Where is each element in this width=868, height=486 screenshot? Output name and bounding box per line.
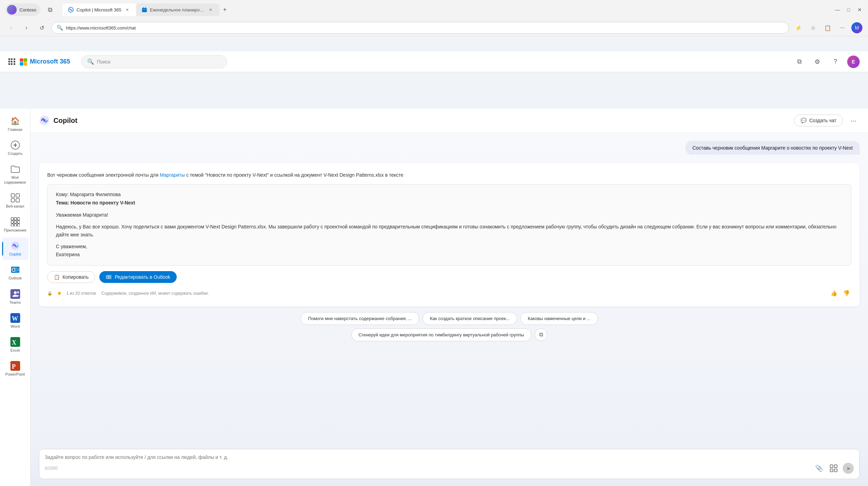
address-bar[interactable]: 🔍 https://www.microsoft365.com/chat [51, 22, 789, 34]
tab-switcher-btn[interactable]: ⧉ [44, 4, 56, 15]
content-area: Copilot 💬 Создать чат ··· Составь чернов… [31, 109, 868, 486]
forward-btn[interactable]: › [21, 22, 32, 33]
copy-suggestion-btn[interactable]: ⧉ [535, 328, 547, 341]
svg-point-35 [17, 291, 19, 293]
tab-copilot[interactable]: Copilot | Microsoft 365 ✕ [62, 3, 136, 16]
edit-outlook-btn[interactable]: Редактировать в Outlook [99, 271, 176, 283]
tab2-close[interactable]: ✕ [208, 7, 214, 13]
settings-menu-btn[interactable]: ··· [837, 22, 848, 33]
suggestion-chip-2[interactable]: Как создать краткое описание проек... [423, 312, 517, 325]
attach-btn[interactable]: 📎 [813, 463, 825, 474]
sidebar-label-excel: Excel [10, 348, 20, 353]
chat-input-box: 0/2000 📎 ➤ [39, 449, 860, 479]
ai-response: Вот черновик сообщения электронной почты… [39, 163, 860, 307]
status-dot [58, 292, 61, 295]
sidebar: 🏠 Главная Создать [0, 109, 31, 486]
input-area: 0/2000 📎 ➤ [31, 443, 868, 486]
tab1-close[interactable]: ✕ [124, 7, 131, 13]
help-btn[interactable]: ? [829, 56, 842, 68]
favorites-btn[interactable]: ☆ [808, 22, 819, 33]
user-bubble: Составь черновик сообщения Маргарите о н… [685, 141, 860, 155]
sidebar-label-powerpoint: PowerPoint [5, 372, 25, 377]
send-btn[interactable]: ➤ [843, 463, 854, 474]
user-avatar[interactable]: E [847, 56, 860, 68]
edge-profile-btn[interactable]: M [851, 22, 862, 33]
answer-count: 1 из 20 ответов [66, 291, 96, 296]
sidebar-item-powerpoint[interactable]: P PowerPoint [2, 358, 28, 380]
thumbs-down-btn[interactable]: 👎 [842, 288, 851, 298]
create-chat-btn[interactable]: 💬 Создать чат [794, 115, 843, 126]
copilot-logo: Copilot [39, 115, 77, 126]
maximize-btn[interactable]: □ [846, 7, 851, 12]
new-tab-btn[interactable]: + [219, 4, 231, 15]
address-bar-row: ‹ › ↺ 🔍 https://www.microsoft365.com/cha… [0, 19, 868, 36]
browser-actions: ⚡ ☆ 📋 ··· M [793, 22, 862, 33]
app-container: Microsoft 365 🔍 Поиск ⧉ ⚙ ? E 🏠 Главная [0, 36, 868, 486]
sidebar-label-home: Главная [8, 127, 23, 132]
teams-icon [10, 289, 20, 299]
svg-rect-12 [11, 194, 15, 197]
svg-point-30 [12, 268, 15, 271]
chat-content[interactable]: Составь черновик сообщения Маргарите о н… [31, 133, 868, 443]
action-buttons: 📋 Копировать Редактировать в Outlook [47, 271, 851, 283]
suggestions: Помоги мне наверстать содержание собрани… [39, 312, 860, 341]
svg-rect-13 [16, 194, 19, 197]
copilot-more-btn[interactable]: ··· [847, 114, 860, 127]
global-search[interactable]: 🔍 Поиск [81, 55, 227, 68]
suggestions-row-2: Сгенеруй идеи для мероприятия по тимбилд… [39, 328, 860, 341]
minimize-btn[interactable]: — [835, 7, 840, 12]
svg-rect-1 [142, 8, 147, 12]
app-header: Microsoft 365 🔍 Поиск ⧉ ⚙ ? E [0, 51, 868, 72]
collections-btn[interactable]: 📋 [822, 22, 833, 33]
settings-btn[interactable]: ⚙ [811, 56, 824, 68]
svg-rect-17 [14, 218, 17, 220]
copy-header-btn[interactable]: ⧉ [793, 56, 806, 68]
apps-btn[interactable] [828, 463, 839, 474]
tab-calendar[interactable]: Еженедельное планирование ✕ [136, 3, 219, 16]
svg-rect-15 [16, 199, 19, 202]
suggestion-chip-4[interactable]: Сгенеруй идеи для мероприятия по тимбилд… [351, 328, 532, 341]
copilot-header-actions: 💬 Создать чат ··· [794, 114, 860, 127]
profile-chip[interactable]: Contoso [6, 3, 40, 16]
sidebar-item-teams[interactable]: Teams [2, 286, 28, 308]
copy-icon: 📋 [54, 274, 60, 280]
sidebar-item-create[interactable]: Создать [2, 137, 28, 159]
sidebar-item-copilot[interactable]: Copilot [2, 237, 28, 260]
response-meta: 🔒 1 из 20 ответов Содержимое, созданное … [47, 288, 851, 298]
sidebar-label-outlook: Outlook [9, 276, 22, 280]
lock-icon: 🔒 [47, 291, 52, 296]
profile-avatar [7, 5, 17, 15]
suggestion-chip-3[interactable]: Каковы намеченные цели и ... [520, 312, 598, 325]
sidebar-item-outlook[interactable]: Outlook [2, 261, 28, 284]
waffle-menu[interactable] [8, 58, 15, 65]
sidebar-item-home[interactable]: 🏠 Главная [2, 113, 28, 135]
header-actions: ⧉ ⚙ ? E [793, 56, 860, 68]
svg-rect-2 [142, 9, 147, 9]
svg-text:W: W [12, 315, 18, 322]
excel-icon: X [10, 337, 20, 347]
email-body-text: Надеюсь, у Вас все хорошо. Хочу поделить… [56, 223, 843, 238]
back-btn[interactable]: ‹ [6, 22, 17, 33]
copilot-header: Copilot 💬 Создать чат ··· [31, 109, 868, 133]
suggestion-chip-1[interactable]: Помоги мне наверстать содержание собрани… [301, 312, 419, 325]
meta-warning-text: Содержимое, созданное ИИ, может содержат… [101, 291, 209, 296]
sidebar-item-excel[interactable]: X Excel [2, 334, 28, 356]
outlook-icon [10, 265, 20, 275]
close-btn[interactable]: ✕ [857, 7, 862, 12]
svg-rect-24 [17, 224, 20, 226]
thumbs-up-btn[interactable]: 👍 [829, 288, 839, 298]
copilot-favicon [68, 7, 74, 12]
sidebar-item-feed[interactable]: Веб-канал [2, 190, 28, 212]
chat-input-field[interactable] [45, 454, 854, 460]
sidebar-item-word[interactable]: W Word [2, 310, 28, 332]
ai-link-margarity[interactable]: Маргариты [160, 172, 185, 178]
app-logo: Microsoft 365 [15, 58, 70, 66]
extensions-btn[interactable]: ⚡ [793, 22, 804, 33]
tab-bar: Copilot | Microsoft 365 ✕ Еженедельное п… [62, 3, 835, 16]
svg-rect-51 [834, 469, 837, 472]
copy-btn[interactable]: 📋 Копировать [47, 271, 95, 283]
sidebar-item-my-content[interactable]: Моё содержимое [2, 161, 28, 188]
sidebar-item-apps[interactable]: Приложения [2, 213, 28, 236]
chat-plus-icon: 💬 [801, 118, 807, 123]
refresh-btn[interactable]: ↺ [36, 22, 47, 33]
